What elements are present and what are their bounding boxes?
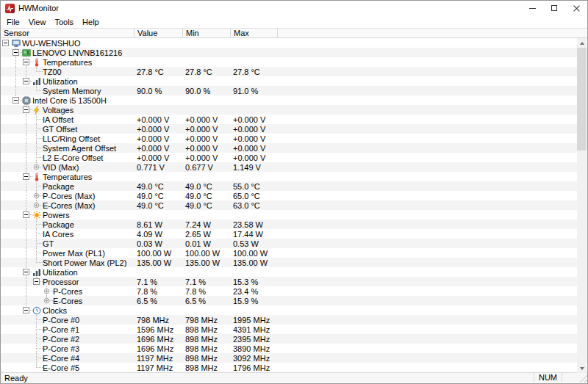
tree-row-p-cores-max[interactable]: P-Cores (Max)49.0 °C49.0 °C65.0 °C	[1, 191, 578, 200]
max-cell: 2395 MHz	[231, 334, 278, 344]
expand-sub-icon[interactable]	[43, 297, 50, 304]
status-bar: Ready NUM	[1, 372, 587, 383]
scroll-down-icon	[580, 367, 584, 370]
tree-row-l2-e-core-offset[interactable]: L2 E-Core Offset+0.000 V+0.000 V+0.000 V	[1, 153, 578, 162]
collapse-toggle[interactable]	[23, 173, 29, 180]
tree-row-e-core-4[interactable]: E-Core #41197 MHz898 MHz3092 MHz	[1, 353, 578, 363]
tree-row-short-power-max-pl2[interactable]: Short Power Max (PL2)135.00 W135.00 W135…	[1, 258, 578, 267]
collapse-toggle[interactable]	[23, 269, 29, 275]
tree-row-utilization[interactable]: Utilization	[1, 76, 578, 86]
column-header-sensor[interactable]: Sensor	[1, 29, 135, 37]
tree-row-temperatures[interactable]: Temperatures	[1, 172, 578, 181]
max-cell: 3890 MHz	[231, 344, 278, 353]
tree-row-lenovo-lnvnb161216[interactable]: LENOVO LNVNB161216	[1, 48, 578, 57]
column-header-max[interactable]: Max	[231, 29, 278, 37]
collapse-toggle[interactable]	[12, 97, 19, 104]
collapse-toggle[interactable]	[33, 278, 40, 285]
tree-row-wu-wenshuo[interactable]: WU-WENSHUO	[1, 38, 578, 48]
tree-row-vid-max[interactable]: VID (Max)0.771 V0.677 V1.149 V	[1, 162, 578, 172]
value-cell: 1696 MHz	[135, 334, 183, 344]
tree-row-p-core-3[interactable]: P-Core #31696 MHz898 MHz3890 MHz	[1, 344, 578, 353]
menu-help[interactable]: Help	[78, 15, 104, 28]
tree-row-package[interactable]: Package49.0 °C49.0 °C55.0 °C	[1, 181, 578, 191]
tree-row-system-memory[interactable]: System Memory90.0 %90.0 %91.0 %	[1, 86, 578, 95]
sensor-label: E-Core #5	[43, 363, 79, 372]
sensor-label: LENOVO LNVNB161216	[32, 48, 122, 57]
tree-row-power-max-pl1[interactable]: Power Max (PL1)100.00 W100.00 W100.00 W	[1, 248, 578, 258]
scroll-down-button[interactable]	[577, 363, 587, 373]
tree-row-p-core-0[interactable]: P-Core #0798 MHz798 MHz1995 MHz	[1, 315, 578, 325]
collapse-toggle[interactable]	[23, 106, 29, 113]
tree-row-processor[interactable]: Processor7.1 %7.1 %15.3 %	[1, 277, 578, 286]
tree-row-gt[interactable]: GT0.03 W0.01 W0.53 W	[1, 239, 578, 248]
max-cell	[231, 57, 278, 67]
maximize-button[interactable]	[543, 1, 565, 15]
tree-row-clocks[interactable]: Clocks	[1, 305, 578, 315]
min-cell: 0.01 W	[183, 239, 231, 248]
minimize-button[interactable]	[521, 1, 543, 15]
value-cell	[135, 76, 183, 86]
scroll-track[interactable]	[577, 151, 587, 363]
column-header-min[interactable]: Min	[183, 29, 231, 37]
max-cell: 4391 MHz	[231, 325, 278, 334]
sensor-label: WU-WENSHUO	[22, 39, 80, 48]
menu-view[interactable]: View	[24, 15, 51, 28]
expand-sub-icon[interactable]	[33, 202, 40, 209]
sensor-label: P-Core #3	[43, 344, 79, 353]
min-cell: 7.24 W	[183, 220, 231, 229]
collapse-toggle[interactable]	[12, 49, 19, 56]
collapse-toggle[interactable]	[23, 59, 29, 65]
min-cell: 7.8 %	[183, 286, 231, 296]
column-header-value[interactable]: Value	[135, 29, 183, 37]
column-header-filler	[278, 29, 587, 37]
collapse-toggle[interactable]	[23, 78, 29, 84]
tree-row-e-cores[interactable]: E-Cores6.5 %6.5 %15.9 %	[1, 296, 578, 305]
sensor-label: IA Cores	[43, 230, 74, 239]
value-cell: 27.8 °C	[135, 67, 183, 76]
tree-row-intel-core-i5-13500h[interactable]: Intel Core i5 13500H	[1, 95, 578, 105]
menu-tools[interactable]: Tools	[50, 15, 78, 28]
tree-row-temperatures[interactable]: Temperatures	[1, 57, 578, 67]
tree-row-powers[interactable]: Powers	[1, 210, 578, 220]
tree-row-p-core-1[interactable]: P-Core #11596 MHz898 MHz4391 MHz	[1, 325, 578, 334]
menu-file[interactable]: File	[2, 15, 24, 28]
tree-row-package[interactable]: Package8.61 W7.24 W23.58 W	[1, 220, 578, 229]
resize-grip[interactable]	[578, 373, 587, 383]
tree-row-system-agent-offset[interactable]: System Agent Offset+0.000 V+0.000 V+0.00…	[1, 143, 578, 153]
sensor-cell: P-Core #2	[1, 334, 135, 344]
tree-guide-stub	[36, 243, 43, 244]
tree-row-p-cores[interactable]: P-Cores7.8 %7.8 %23.4 %	[1, 286, 578, 296]
tree-row-ia-cores[interactable]: IA Cores4.09 W2.65 W17.44 W	[1, 229, 578, 239]
tree-row-voltages[interactable]: Voltages	[1, 105, 578, 115]
sensor-label: Temperatures	[43, 173, 92, 181]
minimize-icon	[529, 8, 536, 9]
collapse-toggle[interactable]	[23, 211, 29, 218]
value-cell: +0.000 V	[135, 153, 183, 162]
scroll-up-button[interactable]	[577, 38, 587, 48]
expand-sub-icon[interactable]	[43, 288, 50, 294]
tree-row-tz00[interactable]: TZ0027.8 °C27.8 °C27.8 °C	[1, 67, 578, 76]
collapse-toggle[interactable]	[23, 307, 29, 314]
tree-row-e-cores-max[interactable]: E-Cores (Max)49.0 °C49.0 °C63.0 °C	[1, 200, 578, 210]
sensor-cell: Package	[1, 220, 135, 229]
expand-sub-icon[interactable]	[33, 164, 40, 170]
tree-row-utilization[interactable]: Utilization	[1, 267, 578, 277]
tree-row-p-core-2[interactable]: P-Core #21696 MHz898 MHz2395 MHz	[1, 334, 578, 344]
expand-sub-icon[interactable]	[33, 192, 40, 199]
tree-row-gt-offset[interactable]: GT Offset+0.000 V+0.000 V+0.000 V	[1, 124, 578, 134]
scroll-thumb[interactable]	[577, 48, 587, 151]
sensor-cell: IA Cores	[1, 229, 135, 239]
value-cell: 100.00 W	[135, 248, 183, 258]
close-button[interactable]	[565, 1, 587, 15]
min-cell	[183, 105, 231, 115]
tree-row-e-core-5[interactable]: E-Core #51197 MHz898 MHz1796 MHz	[1, 363, 578, 372]
tree-row-llc-ring-offset[interactable]: LLC/Ring Offset+0.000 V+0.000 V+0.000 V	[1, 134, 578, 143]
min-cell: 7.1 %	[183, 277, 231, 286]
sensor-label: P-Cores	[53, 287, 82, 296]
collapse-toggle[interactable]	[2, 40, 9, 46]
min-cell	[183, 210, 231, 220]
min-cell: 2.65 W	[183, 229, 231, 239]
tree-row-ia-offset[interactable]: IA Offset+0.000 V+0.000 V+0.000 V	[1, 115, 578, 124]
vertical-scrollbar[interactable]	[577, 38, 587, 373]
power-icon	[32, 211, 41, 220]
